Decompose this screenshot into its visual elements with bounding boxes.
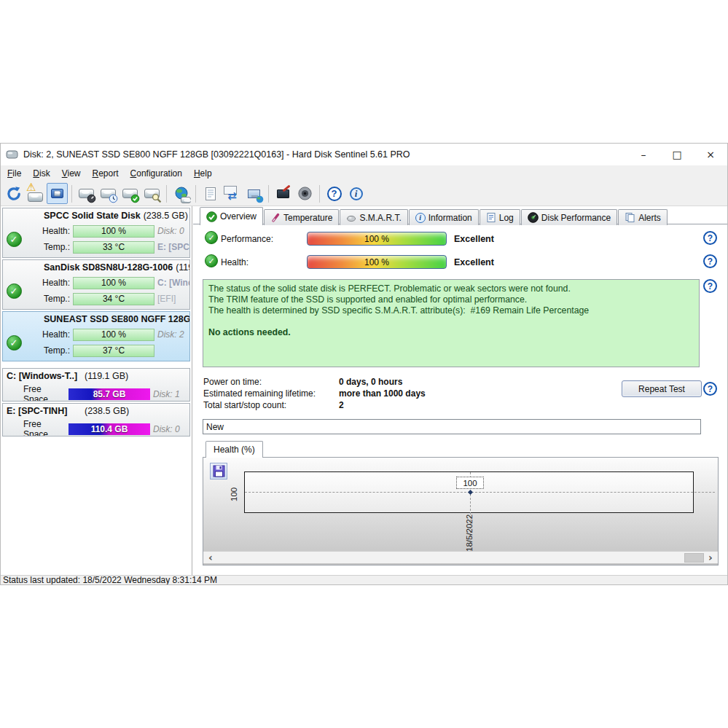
menu-help[interactable]: Help	[188, 166, 218, 181]
disk-item-spcc[interactable]: SPCC Solid State Disk(238.5 GB) ✓ Health…	[2, 208, 190, 258]
close-button[interactable]: ×	[694, 144, 727, 165]
health-label: Health:	[28, 226, 70, 236]
save-chart-button[interactable]	[210, 463, 227, 480]
network-disks-globe-icon[interactable]	[171, 183, 192, 204]
help-icon[interactable]: ?	[703, 382, 717, 396]
status-last-updated: Status last updated: 18/5/2022 Wednesday…	[3, 575, 217, 584]
chart-point-label: 100	[456, 477, 484, 489]
menu-report[interactable]: Report	[87, 166, 125, 181]
partition-size: (119.1 GB)	[85, 369, 128, 384]
toolbar-separator	[268, 185, 269, 203]
temp-label: Temp.:	[28, 294, 70, 304]
start-stop-count-value: 2	[339, 400, 344, 410]
status-message-box: The status of the solid state disk is PE…	[203, 279, 700, 367]
ok-status-icon: ✓	[7, 232, 22, 247]
health-chart-panel: 100 100 18/5/2022 ‹ ›	[203, 457, 719, 565]
power-on-time-value: 0 days, 0 hours	[339, 377, 402, 387]
disk-performance-icon[interactable]	[76, 183, 97, 204]
settings-monitor-pen-icon[interactable]	[273, 183, 294, 204]
performance-label: Performance:	[221, 234, 273, 244]
ok-status-icon: ✓	[7, 335, 22, 351]
disk-ok-icon[interactable]	[120, 183, 141, 204]
disk-volumes: [EFI]	[157, 294, 189, 304]
partition-item-e[interactable]: E: [SPC-TINH](238.5 GB) Free Space 110.4…	[2, 403, 190, 437]
help-icon[interactable]: ?	[703, 279, 717, 293]
free-space-label: Free Space	[23, 419, 66, 437]
disk-name: SUNEAST SSD SE800 NGFF 128GB	[44, 314, 189, 324]
report-icon[interactable]	[200, 183, 221, 204]
power-on-time-label: Power on time:	[203, 376, 339, 388]
free-space-bar: 110.4 GB	[69, 423, 150, 435]
menu-disk[interactable]: Disk	[27, 166, 55, 181]
send-report-mail-icon[interactable]: ⇄	[222, 183, 243, 204]
toolbar-separator	[319, 185, 320, 203]
window-title: Disk: 2, SUNEAST SSD SE800 NGFF 128GB [0…	[23, 149, 410, 160]
disk-stats: Power on time:0 days, 0 hours Estimated …	[203, 376, 426, 411]
chart-gridline-horizontal	[245, 492, 715, 493]
log-document-icon	[486, 212, 496, 223]
scroll-right-arrow[interactable]: ›	[705, 552, 716, 563]
help-icon[interactable]: ?	[703, 231, 717, 245]
toolbar-separator	[166, 185, 167, 203]
partition-name: C: [Windows-T..]	[3, 369, 85, 384]
overview-pressed-icon[interactable]	[47, 183, 68, 204]
status-bar: Status last updated: 18/5/2022 Wednesday…	[1, 575, 727, 584]
refresh-icon[interactable]	[3, 183, 24, 204]
disk-number: Disk: 0	[157, 226, 189, 236]
check-circle-icon	[206, 211, 217, 222]
chart-y-tick: 100	[230, 480, 240, 508]
scroll-left-arrow[interactable]: ‹	[205, 552, 216, 563]
disk-number: Disk: 2	[157, 329, 189, 340]
maximize-button[interactable]: □	[660, 144, 694, 165]
remaining-lifetime-label: Estimated remaining lifetime:	[203, 388, 339, 399]
problems-warning-icon[interactable]: ⚠	[25, 183, 46, 204]
performance-bar: 100 %	[307, 232, 447, 246]
disk-scheduler-icon[interactable]	[98, 183, 119, 204]
repeat-test-button[interactable]: Repeat Test	[622, 380, 702, 397]
menu-view[interactable]: View	[56, 166, 87, 181]
disk-number: Disk: 0	[153, 424, 189, 434]
health-bar: 100 %	[73, 225, 154, 238]
chart-scrollbar[interactable]: ‹ ›	[203, 551, 718, 563]
tab-log[interactable]: Log	[480, 209, 520, 225]
disk-volumes: C: [Windows-	[157, 278, 189, 288]
tab-overview[interactable]: Overview	[200, 207, 263, 225]
comment-input[interactable]	[203, 419, 701, 434]
tab-smart[interactable]: S.M.A.R.T.	[340, 209, 407, 225]
health-bar: 100 %	[307, 255, 447, 269]
disk-item-sandisk[interactable]: SanDisk SD8SN8U-128G-1006(119.2 GB) D ✓ …	[2, 259, 190, 310]
app-disk-icon	[6, 149, 18, 160]
thermometer-icon	[270, 213, 281, 223]
title-bar: Disk: 2, SUNEAST SSD SE800 NGFF 128GB [0…	[1, 144, 727, 165]
tab-temperature[interactable]: Temperature	[264, 209, 339, 225]
minimize-button[interactable]: –	[627, 144, 660, 165]
tab-disk-performance[interactable]: Disk Performance	[521, 209, 617, 225]
about-info-icon[interactable]: i	[345, 183, 367, 204]
help-icon[interactable]: ?	[324, 183, 345, 204]
main-content: Overview Temperature S.M.A.R.T. i Inform…	[193, 206, 727, 575]
ok-status-icon: ✓	[7, 283, 22, 299]
remote-monitor-icon[interactable]	[243, 183, 265, 204]
menu-file[interactable]: File	[1, 166, 27, 181]
app-window: Disk: 2, SUNEAST SSD SE800 NGFF 128GB [0…	[0, 143, 728, 585]
alerts-pages-icon	[625, 212, 635, 223]
temp-bar: 33 °C	[73, 241, 154, 254]
help-icon[interactable]: ?	[703, 254, 717, 268]
disk-item-suneast-selected[interactable]: SUNEAST SSD SE800 NGFF 128GB(119.2 GB ✓ …	[2, 311, 190, 361]
health-bar: 100 %	[73, 329, 154, 341]
partition-item-c[interactable]: C: [Windows-T..](119.1 GB) Free Space 85…	[2, 368, 190, 402]
menu-configuration[interactable]: Configuration	[125, 166, 188, 181]
tab-health-chart[interactable]: Health (%)	[206, 441, 263, 458]
toolbar: ⚠ ⇄	[1, 181, 727, 206]
remaining-lifetime-value: more than 1000 days	[339, 388, 426, 399]
tab-information[interactable]: i Information	[409, 209, 479, 225]
disk-analyse-icon[interactable]	[141, 183, 163, 204]
free-space-label: Free Space	[23, 384, 66, 402]
scrollbar-thumb[interactable]	[684, 553, 704, 563]
sounds-speaker-icon[interactable]	[294, 183, 316, 204]
tab-alerts[interactable]: Alerts	[618, 209, 668, 225]
disk-size: (119.2 GB) D	[176, 262, 189, 273]
partition-size: (238.5 GB)	[85, 404, 129, 419]
performance-rating: Excellent	[454, 234, 494, 244]
ok-status-icon: ✓	[205, 231, 218, 244]
